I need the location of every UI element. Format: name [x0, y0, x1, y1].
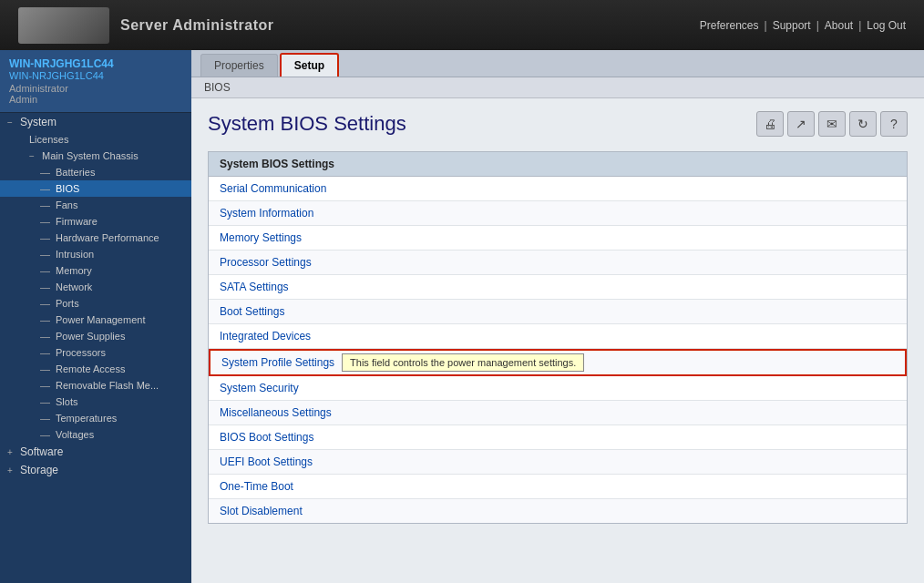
tree-item-label: Hardware Performance: [56, 232, 159, 243]
sidebar-item-ports[interactable]: —Ports: [0, 295, 191, 312]
about-link[interactable]: About: [825, 19, 853, 32]
expand-icon: +: [7, 447, 16, 457]
tree-item-label: Ports: [56, 298, 79, 309]
logout-link[interactable]: Log Out: [867, 19, 906, 32]
tab-properties[interactable]: Properties: [200, 54, 278, 77]
tree-dash: —: [40, 167, 50, 178]
sidebar-item-network[interactable]: —Network: [0, 279, 191, 295]
tree-dash: —: [40, 298, 50, 309]
tree-item-label: Processors: [56, 347, 106, 358]
tree-item-label: BIOS: [56, 183, 79, 194]
settings-table-header: System BIOS Settings: [209, 152, 907, 177]
sidebar-item-batteries[interactable]: —Batteries: [0, 164, 191, 180]
tree-item-label: Licenses: [29, 134, 68, 145]
tree-dash: —: [40, 396, 50, 407]
help-button[interactable]: ?: [880, 111, 908, 137]
settings-link-system-profile-settings[interactable]: System Profile Settings: [221, 356, 334, 369]
sidebar-item-fans[interactable]: —Fans: [0, 197, 191, 213]
tree-item-label: Intrusion: [56, 249, 94, 260]
page-title-row: System BIOS Settings 🖨 ↗ ✉ ↻ ?: [208, 111, 908, 137]
settings-row-8: System Security: [209, 376, 907, 401]
settings-row-13: Slot Disablement: [209, 499, 907, 523]
tab-setup[interactable]: Setup: [280, 53, 339, 77]
tree-item-label: Removable Flash Me...: [56, 380, 159, 391]
sidebar-tree: −SystemLicenses−Main System Chassis—Batt…: [0, 113, 191, 479]
sidebar-item-system[interactable]: −System: [0, 113, 191, 131]
tree-item-label: Power Supplies: [56, 331, 125, 342]
tree-dash: —: [40, 183, 50, 194]
settings-link-uefi-boot-settings[interactable]: UEFI Boot Settings: [220, 455, 313, 468]
tree-dash: —: [40, 281, 50, 292]
tree-dash: —: [40, 429, 50, 440]
tree-dash: —: [40, 331, 50, 342]
sidebar-item-hardware-performance[interactable]: —Hardware Performance: [0, 230, 191, 246]
settings-row-9: Miscellaneous Settings: [209, 401, 907, 425]
support-link[interactable]: Support: [773, 19, 811, 32]
tree-dash: —: [40, 199, 50, 210]
sidebar-item-voltages[interactable]: —Voltages: [0, 426, 191, 443]
app-title: Server Administrator: [120, 17, 274, 34]
server-info: WIN-NRJGHG1LC44 WIN-NRJGHG1LC44 Administ…: [0, 50, 191, 113]
sidebar-item-storage[interactable]: +Storage: [0, 461, 191, 479]
tree-dash: —: [40, 265, 50, 276]
sidebar-item-removable-flash-me...[interactable]: —Removable Flash Me...: [0, 377, 191, 394]
page-content: System BIOS Settings 🖨 ↗ ✉ ↻ ? System BI…: [191, 98, 924, 537]
settings-row-1: System Information: [209, 201, 907, 226]
tree-dash: —: [40, 249, 50, 260]
settings-link-system-information[interactable]: System Information: [220, 207, 313, 220]
settings-link-serial-communication[interactable]: Serial Communication: [220, 182, 326, 195]
settings-row-4: SATA Settings: [209, 275, 907, 300]
sidebar-item-memory[interactable]: —Memory: [0, 262, 191, 279]
tree-item-label: Slots: [56, 396, 77, 407]
collapse-icon: −: [29, 151, 38, 161]
header-navigation: Preferences | Support | About | Log Out: [700, 19, 906, 32]
tree-item-label: Batteries: [56, 167, 95, 178]
sidebar-item-firmware[interactable]: —Firmware: [0, 213, 191, 230]
preferences-link[interactable]: Preferences: [700, 19, 759, 32]
sidebar-item-temperatures[interactable]: —Temperatures: [0, 410, 191, 426]
toolbar-icons: 🖨 ↗ ✉ ↻ ?: [756, 111, 908, 137]
sidebar-item-licenses[interactable]: Licenses: [0, 131, 191, 148]
settings-link-bios-boot-settings[interactable]: BIOS Boot Settings: [220, 431, 313, 444]
tree-item-label: Power Management: [56, 314, 145, 325]
sidebar-item-bios[interactable]: —BIOS: [0, 180, 191, 197]
sidebar-item-main-system-chassis[interactable]: −Main System Chassis: [0, 148, 191, 164]
sidebar-item-power-management[interactable]: —Power Management: [0, 312, 191, 328]
tree-dash: —: [40, 232, 50, 243]
settings-link-boot-settings[interactable]: Boot Settings: [220, 305, 284, 318]
tree-item-label: Main System Chassis: [42, 150, 139, 161]
email-button[interactable]: ✉: [818, 111, 846, 137]
settings-row-12: One-Time Boot: [209, 475, 907, 499]
settings-row-11: UEFI Boot Settings: [209, 450, 907, 475]
settings-link-processor-settings[interactable]: Processor Settings: [220, 256, 312, 269]
sidebar-item-remote-access[interactable]: —Remote Access: [0, 361, 191, 377]
sidebar-item-software[interactable]: +Software: [0, 443, 191, 461]
tree-item-label: Software: [20, 445, 63, 458]
settings-row-7: System Profile SettingsThis field contro…: [209, 349, 907, 376]
sidebar: WIN-NRJGHG1LC44 WIN-NRJGHG1LC44 Administ…: [0, 50, 191, 583]
settings-link-miscellaneous-settings[interactable]: Miscellaneous Settings: [220, 406, 332, 419]
sidebar-item-power-supplies[interactable]: —Power Supplies: [0, 328, 191, 344]
tree-dash: —: [40, 216, 50, 227]
settings-link-system-security[interactable]: System Security: [220, 382, 299, 394]
tree-item-label: Firmware: [56, 216, 98, 227]
sidebar-item-slots[interactable]: —Slots: [0, 394, 191, 410]
settings-link-slot-disablement[interactable]: Slot Disablement: [220, 505, 303, 517]
settings-links: Serial CommunicationSystem InformationMe…: [209, 177, 907, 523]
tree-dash: —: [40, 363, 50, 374]
settings-link-memory-settings[interactable]: Memory Settings: [220, 231, 302, 244]
server-user: Administrator: [9, 83, 182, 94]
settings-link-one-time-boot[interactable]: One-Time Boot: [220, 480, 293, 493]
settings-link-integrated-devices[interactable]: Integrated Devices: [220, 330, 311, 343]
sidebar-item-processors[interactable]: —Processors: [0, 344, 191, 361]
tree-item-label: Network: [56, 281, 92, 292]
content-area: Properties Setup BIOS System BIOS Settin…: [191, 50, 924, 583]
print-button[interactable]: 🖨: [756, 111, 784, 137]
settings-link-sata-settings[interactable]: SATA Settings: [220, 281, 289, 293]
tooltip-box: This field controls the power management…: [342, 353, 584, 372]
export-button[interactable]: ↗: [787, 111, 815, 137]
header-logo-area: Server Administrator: [18, 7, 274, 44]
server-name[interactable]: WIN-NRJGHG1LC44: [9, 57, 182, 70]
sidebar-item-intrusion[interactable]: —Intrusion: [0, 246, 191, 262]
refresh-button[interactable]: ↻: [849, 111, 877, 137]
